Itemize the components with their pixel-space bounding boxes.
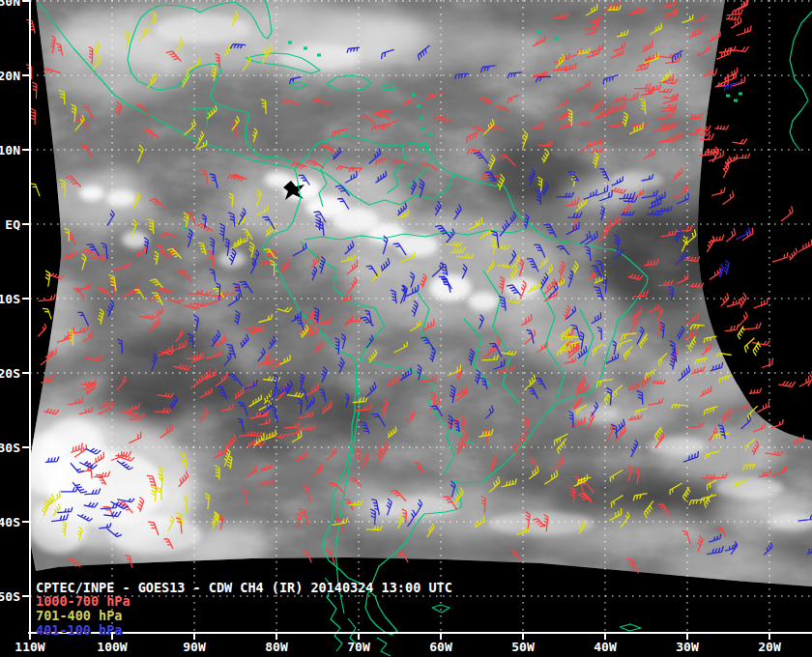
lon-label-50W: 50W [511, 640, 535, 654]
island-speck [421, 128, 425, 130]
legend-item-high-level: 401-100 hPa [36, 623, 122, 638]
lon-label-60W: 60W [429, 640, 452, 654]
island-speck [739, 93, 742, 96]
satellite-map-image: 30N20N10NEQ10S20S30S40S50S110W100W90W80W… [0, 0, 812, 657]
island-speck [726, 95, 730, 98]
lat-label-20S: 20S [0, 366, 20, 381]
island-speck [417, 105, 420, 108]
lat-label-50S: 50S [0, 589, 20, 604]
lat-label-20N: 20N [0, 69, 20, 83]
lat-label-30S: 30S [0, 441, 20, 455]
lon-label-90W: 90W [183, 640, 206, 654]
island-speck [420, 117, 423, 120]
legend-item-low-level: 1000-700 hPa [36, 594, 130, 609]
lat-label-EQ: EQ [5, 217, 20, 232]
lat-label-40S: 40S [0, 515, 20, 529]
island-speck [734, 100, 738, 102]
lon-label-40W: 40W [594, 640, 617, 654]
island-speck [428, 133, 432, 136]
island-speck [317, 54, 321, 57]
lat-label-10N: 10N [0, 143, 20, 157]
island-speck [554, 38, 558, 41]
lon-label-70W: 70W [347, 640, 370, 654]
legend-item-mid-level: 701-400 hPa [36, 609, 122, 623]
lon-label-110W: 110W [14, 640, 44, 654]
lon-label-80W: 80W [265, 640, 288, 654]
island-speck [536, 31, 540, 34]
lon-label-30W: 30W [676, 640, 699, 654]
lon-label-100W: 100W [97, 640, 127, 654]
lat-label-30N: 30N [0, 0, 20, 9]
satellite-wind-product: 30N20N10NEQ10S20S30S40S50S110W100W90W80W… [0, 0, 812, 657]
island-speck [288, 42, 292, 44]
island-speck [304, 47, 307, 50]
lat-label-10S: 10S [0, 292, 20, 306]
island-speck [412, 94, 416, 97]
lon-label-20W: 20W [758, 640, 781, 654]
